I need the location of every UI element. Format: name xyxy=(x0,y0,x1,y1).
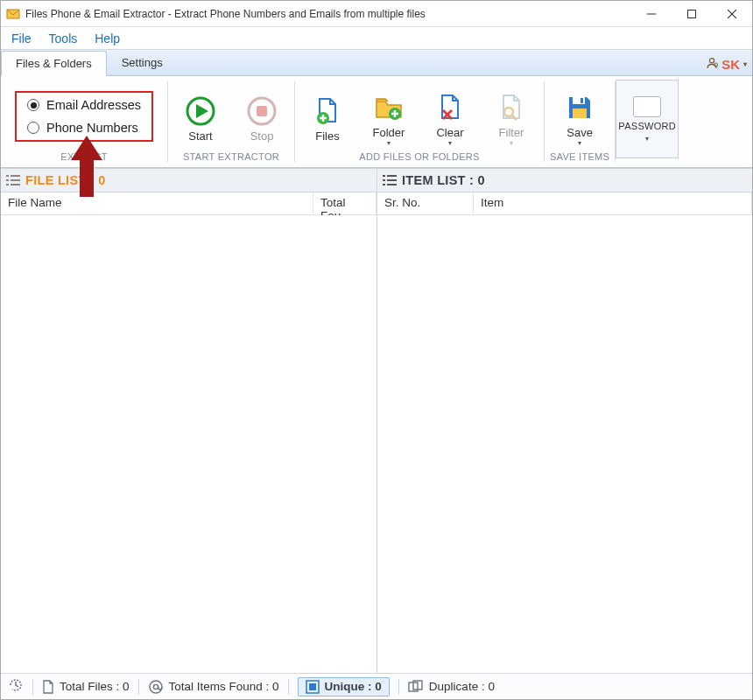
password-button[interactable]: PASSWORD ▾ xyxy=(616,80,679,158)
status-text: Unique : 0 xyxy=(325,680,382,693)
svg-rect-36 xyxy=(383,184,385,186)
group-save-items: Save ▾ SAVE ITEMS xyxy=(545,76,615,167)
duplicate-icon xyxy=(408,680,424,694)
radio-email-addresses[interactable]: Email Addresses xyxy=(27,98,141,112)
radio-icon xyxy=(27,122,39,134)
separator xyxy=(398,679,399,695)
svg-rect-11 xyxy=(257,106,267,116)
close-button[interactable] xyxy=(712,1,752,27)
lists-area: FILE LIST : 0 File Name Total Fou ITEM L… xyxy=(1,168,752,673)
tab-files-folders[interactable]: Files & Folders xyxy=(1,51,107,76)
play-icon xyxy=(184,94,217,128)
separator xyxy=(138,679,139,695)
col-item[interactable]: Item xyxy=(474,192,752,214)
group-label: START EXTRACTOR xyxy=(183,151,279,165)
tab-settings[interactable]: Settings xyxy=(107,50,178,75)
caret-down-icon: ▾ xyxy=(578,141,581,146)
menu-bar: File Tools Help xyxy=(1,27,752,50)
window-title: Files Phone & Email Extractor - Extract … xyxy=(25,8,631,20)
file-clear-icon xyxy=(433,91,467,124)
menu-tools[interactable]: Tools xyxy=(40,27,87,49)
group-label: ADD FILES OR FOLDERS xyxy=(359,151,479,165)
button-label: PASSWORD xyxy=(618,121,676,131)
radio-label: Email Addresses xyxy=(46,98,141,112)
radio-icon xyxy=(27,99,39,111)
history-icon[interactable] xyxy=(8,677,24,696)
brand-caret-icon: ▾ xyxy=(743,60,747,68)
col-file-name[interactable]: File Name xyxy=(1,192,313,214)
file-list-title: FILE LIST : 0 xyxy=(25,173,106,187)
svg-rect-31 xyxy=(11,184,20,186)
svg-rect-41 xyxy=(309,683,316,690)
group-label: EXTRACT xyxy=(60,151,107,165)
svg-rect-30 xyxy=(6,184,9,186)
clear-button[interactable]: Clear ▾ xyxy=(423,88,477,146)
status-bar: Total Files : 0 Total Items Found : 0 Un… xyxy=(1,673,752,699)
col-total-found[interactable]: Total Fou xyxy=(313,192,376,214)
list-icon xyxy=(383,174,397,186)
caret-down-icon: ▾ xyxy=(510,141,513,146)
button-label: Filter xyxy=(499,126,524,139)
status-text: Total Items Found : 0 xyxy=(169,680,279,693)
status-unique[interactable]: Unique : 0 xyxy=(298,677,390,696)
minimize-button[interactable] xyxy=(631,1,672,27)
title-bar: Files Phone & Email Extractor - Extract … xyxy=(1,1,752,27)
item-list-title: ITEM LIST : 0 xyxy=(402,173,485,187)
list-icon xyxy=(6,174,20,186)
group-extract: Email Addresses Phone Numbers EXTRACT xyxy=(1,76,167,167)
menu-file[interactable]: File xyxy=(3,27,40,49)
col-sr-no[interactable]: Sr. No. xyxy=(377,192,474,214)
ribbon: Email Addresses Phone Numbers EXTRACT St… xyxy=(1,76,752,168)
brand-badge: SK ▾ xyxy=(706,57,747,75)
person-icon xyxy=(706,57,718,72)
file-list-pane: FILE LIST : 0 File Name Total Fou xyxy=(1,168,377,673)
svg-rect-24 xyxy=(581,98,583,103)
svg-rect-33 xyxy=(387,175,397,177)
menu-help[interactable]: Help xyxy=(86,27,129,49)
svg-rect-32 xyxy=(383,175,385,177)
status-text: Duplicate : 0 xyxy=(429,680,495,693)
status-duplicate[interactable]: Duplicate : 0 xyxy=(408,680,495,694)
radio-label: Phone Numbers xyxy=(46,121,138,135)
item-list-body[interactable] xyxy=(377,215,752,673)
group-start-extractor: Start Stop START EXTRACTOR xyxy=(168,76,294,167)
svg-rect-2 xyxy=(688,10,696,18)
file-filter-icon xyxy=(495,91,528,124)
svg-marker-9 xyxy=(196,104,208,118)
brand-text: SK xyxy=(721,57,740,72)
app-icon xyxy=(6,7,20,21)
files-button[interactable]: Files xyxy=(300,91,355,143)
svg-point-5 xyxy=(710,59,714,63)
filter-button[interactable]: Filter ▾ xyxy=(484,88,538,146)
radio-phone-numbers[interactable]: Phone Numbers xyxy=(27,121,141,135)
svg-line-7 xyxy=(717,66,718,67)
svg-rect-35 xyxy=(387,179,397,181)
button-label: Folder xyxy=(373,126,405,139)
save-button[interactable]: Save ▾ xyxy=(552,88,607,146)
folder-button[interactable]: Folder ▾ xyxy=(362,88,416,146)
status-total-files: Total Files : 0 xyxy=(42,680,130,694)
item-list-columns: Sr. No. Item xyxy=(377,192,752,215)
item-list-pane: ITEM LIST : 0 Sr. No. Item xyxy=(377,168,752,673)
file-list-columns: File Name Total Fou xyxy=(1,192,376,215)
unique-icon xyxy=(306,680,320,694)
window-controls xyxy=(631,1,752,27)
svg-point-39 xyxy=(153,684,158,689)
stop-button[interactable]: Stop xyxy=(235,91,289,143)
svg-rect-26 xyxy=(6,175,9,177)
svg-rect-34 xyxy=(383,179,385,181)
file-icon xyxy=(42,680,54,694)
folder-add-icon xyxy=(372,91,405,124)
maximize-button[interactable] xyxy=(672,1,712,27)
svg-rect-28 xyxy=(6,179,9,181)
start-button[interactable]: Start xyxy=(173,91,228,143)
password-icon xyxy=(633,96,661,117)
button-label: Stop xyxy=(250,130,274,143)
caret-down-icon: ▾ xyxy=(645,135,649,143)
button-label: Files xyxy=(315,130,339,143)
separator xyxy=(32,679,33,695)
item-list-header: ITEM LIST : 0 xyxy=(377,168,752,192)
button-label: Clear xyxy=(436,126,463,139)
file-add-icon xyxy=(311,94,344,128)
file-list-body[interactable] xyxy=(1,215,376,673)
